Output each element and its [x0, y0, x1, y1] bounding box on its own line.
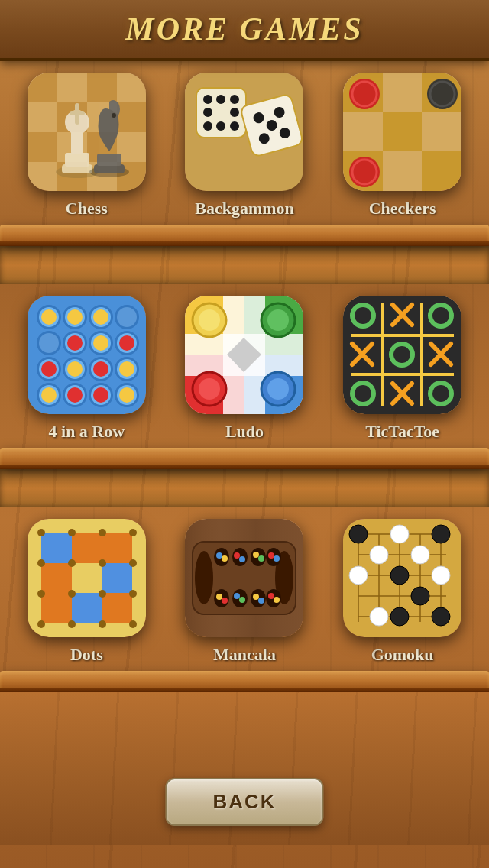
svg-point-22	[203, 95, 212, 104]
shelf-2-items: 4 in a Row	[0, 284, 489, 448]
svg-point-147	[37, 590, 45, 598]
tictactoe-item[interactable]: TicTacToe	[334, 296, 471, 448]
back-button-container: BACK	[165, 778, 323, 826]
svg-point-139	[37, 529, 45, 536]
svg-point-67	[93, 335, 108, 351]
page-title: MORE GAMES	[125, 11, 363, 47]
svg-point-64	[67, 335, 83, 351]
svg-point-203	[432, 525, 450, 543]
bottom-area: BACK	[0, 692, 489, 845]
chess-item[interactable]: Chess	[18, 73, 155, 225]
svg-rect-138	[102, 593, 132, 623]
svg-rect-134	[72, 533, 102, 563]
svg-point-182	[268, 593, 274, 599]
svg-point-23	[216, 95, 225, 104]
mancala-item[interactable]: Mancala	[176, 519, 313, 671]
svg-point-110	[267, 378, 289, 400]
dots-icon	[28, 519, 146, 637]
svg-point-169	[222, 555, 228, 562]
svg-point-51	[41, 309, 57, 325]
ludo-label: Ludo	[225, 422, 264, 442]
svg-point-179	[239, 597, 245, 603]
shelf-3-plank	[0, 671, 489, 692]
svg-point-144	[68, 559, 76, 567]
svg-point-154	[129, 620, 137, 628]
ludo-item[interactable]: Ludo	[176, 296, 313, 448]
svg-rect-15	[70, 111, 85, 115]
svg-point-204	[411, 587, 429, 605]
svg-point-151	[37, 620, 45, 628]
svg-rect-2	[87, 73, 117, 102]
svg-point-196	[390, 525, 409, 543]
svg-point-108	[199, 378, 220, 400]
svg-point-175	[274, 555, 280, 562]
svg-rect-11	[65, 153, 89, 167]
svg-point-142	[129, 529, 137, 536]
svg-rect-41	[422, 151, 461, 191]
svg-point-199	[432, 566, 450, 585]
svg-point-29	[230, 121, 239, 131]
gomoku-item[interactable]: Gomoku	[334, 519, 471, 671]
svg-rect-132	[102, 563, 132, 594]
svg-point-177	[222, 598, 228, 604]
svg-point-61	[39, 333, 59, 353]
svg-point-158	[195, 551, 213, 604]
svg-point-88	[67, 387, 83, 403]
svg-point-145	[99, 559, 106, 567]
svg-rect-135	[102, 533, 132, 563]
svg-rect-4	[117, 102, 146, 132]
svg-point-168	[216, 552, 222, 559]
backgammon-item[interactable]: Backgammon	[176, 73, 313, 225]
dots-item[interactable]: Dots	[18, 519, 155, 671]
svg-point-26	[230, 108, 239, 117]
gomoku-icon	[343, 519, 461, 637]
svg-point-46	[349, 157, 380, 187]
svg-point-178	[234, 593, 240, 599]
shelf-2-plank	[0, 448, 489, 469]
svg-point-59	[117, 307, 137, 327]
dots-label: Dots	[70, 645, 103, 665]
svg-point-206	[432, 607, 450, 626]
svg-point-146	[129, 559, 137, 567]
svg-point-141	[99, 529, 106, 536]
svg-rect-136	[41, 563, 72, 594]
backgammon-icon	[185, 73, 303, 191]
svg-point-171	[239, 556, 245, 562]
checkers-label: Checkers	[369, 199, 436, 219]
svg-point-202	[390, 566, 409, 585]
svg-point-180	[253, 594, 259, 600]
svg-point-143	[37, 559, 45, 567]
page: MORE GAMES	[0, 0, 489, 868]
checkers-item[interactable]: Checkers	[334, 73, 471, 225]
svg-point-172	[253, 552, 259, 558]
svg-point-27	[203, 121, 212, 131]
svg-point-91	[93, 387, 108, 403]
tictactoe-label: TicTacToe	[365, 422, 439, 442]
tictactoe-icon	[343, 296, 461, 414]
svg-rect-5	[28, 132, 57, 162]
4inrow-icon	[28, 296, 146, 414]
shelf-1-items: Chess	[0, 61, 489, 225]
svg-point-183	[274, 597, 280, 603]
svg-point-54	[67, 309, 83, 325]
svg-point-176	[216, 594, 222, 600]
svg-point-104	[199, 309, 220, 331]
svg-point-198	[349, 566, 368, 585]
svg-point-73	[41, 361, 57, 377]
shelf-1-plank	[0, 225, 489, 246]
svg-point-152	[68, 620, 76, 628]
svg-point-76	[67, 361, 83, 377]
svg-point-174	[268, 552, 274, 559]
mancala-label: Mancala	[213, 645, 276, 665]
checkers-icon	[343, 73, 461, 191]
svg-rect-18	[97, 154, 121, 166]
gomoku-label: Gomoku	[371, 645, 434, 665]
svg-point-200	[370, 607, 388, 626]
shelf-2: 4 in a Row	[0, 284, 489, 469]
chess-label: Chess	[66, 199, 108, 219]
back-button[interactable]: BACK	[165, 778, 323, 826]
svg-point-195	[370, 546, 388, 564]
4inrow-item[interactable]: 4 in a Row	[18, 296, 155, 448]
svg-point-79	[93, 361, 108, 377]
svg-point-82	[119, 361, 134, 377]
